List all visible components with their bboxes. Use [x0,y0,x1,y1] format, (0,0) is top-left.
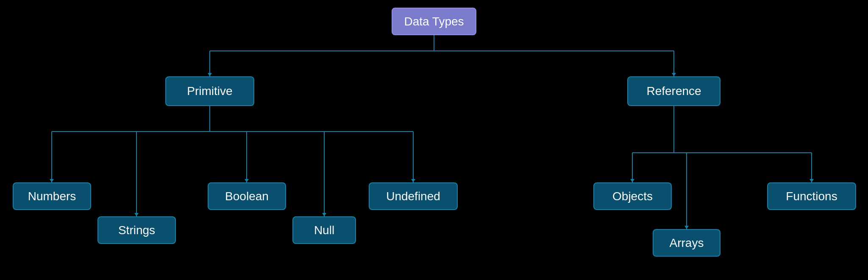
node-primitive-label: Primitive [187,84,232,98]
node-arrays: Arrays [653,229,721,257]
node-null: Null [292,216,356,244]
node-objects-label: Objects [612,190,653,203]
node-root-label: Data Types [404,15,464,28]
diagram-container: Data Types Primitive Reference Numbers S… [0,0,868,280]
node-objects: Objects [593,182,672,210]
node-reference: Reference [627,76,721,106]
node-functions-label: Functions [786,190,837,203]
node-undefined: Undefined [369,182,458,210]
node-numbers: Numbers [13,182,91,210]
node-null-label: Null [314,224,334,237]
node-numbers-label: Numbers [28,190,76,203]
node-primitive: Primitive [165,76,254,106]
node-root: Data Types [392,8,476,35]
node-strings: Strings [97,216,176,244]
node-boolean: Boolean [208,182,286,210]
node-functions: Functions [767,182,856,210]
node-reference-label: Reference [646,84,701,98]
node-boolean-label: Boolean [225,190,269,203]
node-arrays-label: Arrays [670,236,704,250]
node-strings-label: Strings [118,224,155,237]
node-undefined-label: Undefined [386,190,440,203]
